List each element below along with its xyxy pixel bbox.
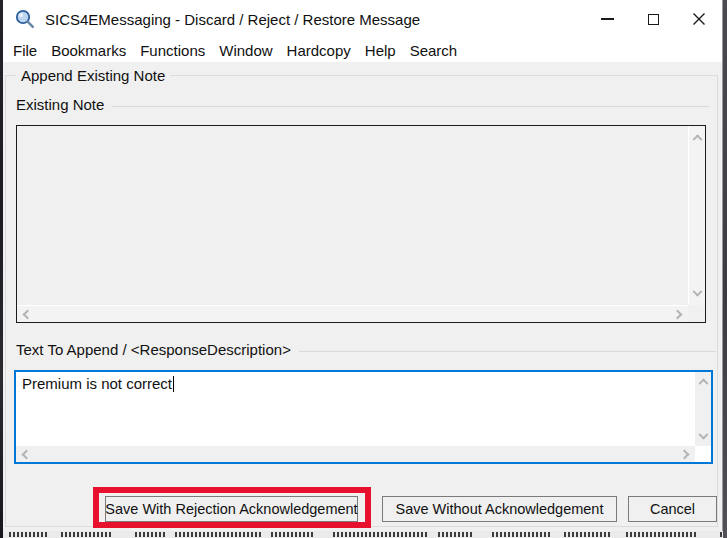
close-icon <box>692 12 706 26</box>
occluded-window-bottom-sliver <box>3 531 723 538</box>
divider-line <box>112 106 709 107</box>
existing-note-label-row: Existing Note <box>16 96 709 113</box>
save-without-ack-button[interactable]: Save Without Acknowledgement <box>382 496 617 522</box>
horizontal-scrollbar[interactable] <box>16 446 695 462</box>
dialog-body: Append Existing Note Existing Note Text … <box>3 62 722 531</box>
group-label: Append Existing Note <box>16 67 170 84</box>
scroll-right-icon[interactable] <box>673 309 683 319</box>
horizontal-scrollbar[interactable] <box>17 305 688 322</box>
magnifier-icon <box>14 8 36 30</box>
divider-line <box>299 351 716 352</box>
text-to-append-label: Text To Append / <ResponseDescription> <box>16 341 291 358</box>
append-text: Premium is not correct <box>22 375 172 392</box>
existing-note-label: Existing Note <box>16 96 104 113</box>
dialog-window: SICS4EMessaging - Discard / Reject / Res… <box>3 0 723 531</box>
scroll-left-icon[interactable] <box>23 309 33 319</box>
minimize-icon <box>601 18 614 20</box>
menu-item-window[interactable]: Window <box>212 42 279 59</box>
close-button[interactable] <box>676 0 722 38</box>
menu-item-file[interactable]: File <box>6 42 44 59</box>
existing-note-textarea[interactable] <box>16 125 706 323</box>
scroll-right-icon[interactable] <box>680 449 690 459</box>
menubar: File Bookmarks Functions Window Hardcopy… <box>3 38 722 62</box>
minimize-button[interactable] <box>584 0 630 38</box>
maximize-icon <box>648 14 659 25</box>
save-with-rejection-button[interactable]: Save With Rejection Acknowledgement <box>105 496 358 522</box>
maximize-button[interactable] <box>630 0 676 38</box>
text-to-append-textarea[interactable]: Premium is not correct <box>14 370 713 464</box>
existing-note-content <box>17 126 688 305</box>
vertical-scrollbar[interactable] <box>695 372 711 446</box>
scroll-down-icon[interactable] <box>698 430 708 440</box>
titlebar: SICS4EMessaging - Discard / Reject / Res… <box>3 0 722 38</box>
text-to-append-content: Premium is not correct <box>16 372 695 446</box>
menu-item-search[interactable]: Search <box>403 42 465 59</box>
window-title: SICS4EMessaging - Discard / Reject / Res… <box>45 11 420 28</box>
menu-item-functions[interactable]: Functions <box>133 42 212 59</box>
cancel-button[interactable]: Cancel <box>628 496 717 522</box>
text-to-append-label-row: Text To Append / <ResponseDescription> <box>16 341 716 358</box>
window-controls <box>584 0 722 38</box>
screen: SICS4EMessaging - Discard / Reject / Res… <box>0 0 727 538</box>
scroll-down-icon[interactable] <box>692 287 702 297</box>
scroll-up-icon[interactable] <box>698 378 708 388</box>
vertical-scrollbar[interactable] <box>688 126 705 305</box>
text-cursor <box>173 376 174 392</box>
scroll-up-icon[interactable] <box>692 134 702 144</box>
occluded-window-right-edge <box>723 0 727 538</box>
scroll-left-icon[interactable] <box>22 449 32 459</box>
menu-item-hardcopy[interactable]: Hardcopy <box>280 42 358 59</box>
menu-item-help[interactable]: Help <box>358 42 403 59</box>
menu-item-bookmarks[interactable]: Bookmarks <box>44 42 133 59</box>
